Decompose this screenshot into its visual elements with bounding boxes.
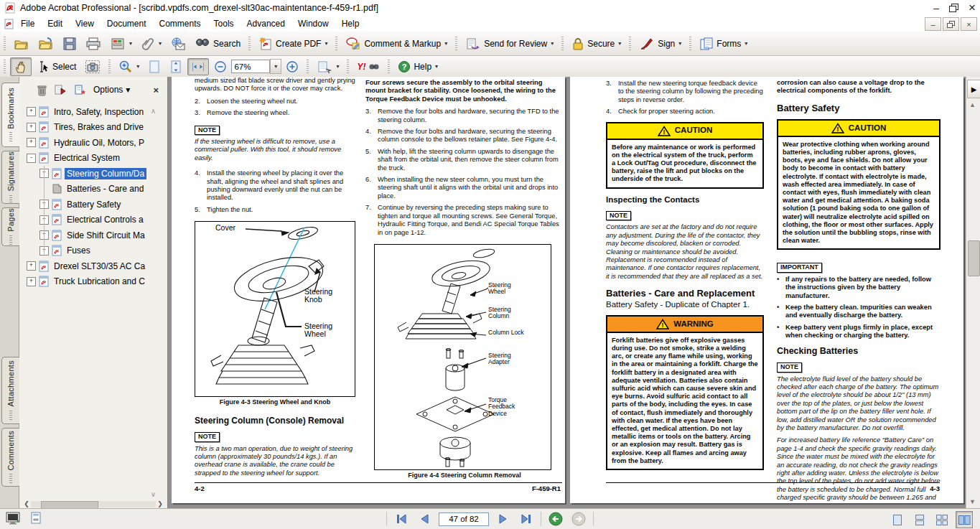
minimize-button[interactable]: – — [933, 0, 939, 16]
previous-page-button[interactable] — [416, 511, 433, 527]
attach-button[interactable]: ▾ — [137, 34, 165, 53]
menu-edit[interactable]: Edit — [41, 17, 69, 32]
next-page-button[interactable] — [495, 511, 512, 527]
scroll-down-icon[interactable]: ▼ — [969, 498, 976, 505]
zoom-level-input[interactable] — [231, 60, 270, 73]
forms-button[interactable]: Forms▾ — [696, 34, 751, 53]
fit-page-button[interactable] — [166, 57, 186, 76]
delete-bookmark-button[interactable] — [37, 84, 47, 96]
menu-view[interactable]: View — [69, 17, 101, 32]
tab-comments[interactable]: Comments — [1, 428, 19, 487]
bookmark-item[interactable]: + Tires, Brakes and Drive — [19, 120, 157, 136]
doc-restore-button[interactable] — [943, 17, 959, 31]
single-page-layout-button[interactable] — [889, 511, 906, 528]
open-organizer-button[interactable] — [34, 34, 57, 53]
toolbar-grip[interactable] — [4, 60, 6, 74]
tab-bookmarks[interactable]: Bookmarks — [1, 83, 19, 147]
secure-button[interactable]: Secure▾ — [568, 34, 625, 53]
tab-pages[interactable]: Pages — [1, 207, 19, 246]
toolbar-grip[interactable] — [455, 37, 457, 51]
print-button[interactable] — [82, 34, 105, 53]
continuous-facing-layout-button[interactable] — [933, 511, 951, 528]
tab-signatures[interactable]: Signatures — [1, 151, 19, 204]
bookmark-item[interactable]: + Intro, Safety, Inspection — [19, 104, 157, 120]
bookmark-item[interactable]: + Battery Safety — [19, 197, 157, 212]
document-area[interactable]: medium sized flat blade screw driver and… — [168, 77, 966, 508]
show-panel-arrow-button[interactable]: ▶ — [967, 80, 980, 98]
sign-button[interactable]: Sign▾ — [635, 34, 685, 53]
expand-current-bookmark-button[interactable] — [55, 84, 67, 95]
toolbar-grip[interactable] — [561, 37, 564, 51]
bookmark-item[interactable]: + Electrical Controls a — [19, 212, 157, 228]
menu-comments[interactable]: Comments — [153, 17, 207, 32]
next-view-button[interactable] — [570, 511, 587, 527]
menu-document[interactable]: Document — [101, 17, 153, 32]
previous-view-button[interactable] — [547, 511, 564, 527]
yahoo-search-button[interactable]: Y! — [353, 60, 383, 74]
select-tool-button[interactable]: Select — [33, 57, 80, 76]
menu-file[interactable]: File — [14, 17, 41, 32]
continuous-layout-button[interactable] — [911, 511, 928, 528]
close-button[interactable]: × — [969, 0, 976, 16]
send-for-review-button[interactable]: Send for Review▾ — [462, 34, 557, 53]
menu-tools[interactable]: Tools — [207, 17, 241, 32]
new-bookmark-button[interactable] — [74, 84, 86, 95]
bookmark-item[interactable]: Batteries - Care and — [19, 182, 157, 197]
zoom-in-tool-button[interactable]: ▾ — [115, 57, 143, 76]
bookmark-item[interactable]: + Drexel SLT30/35 AC Ca — [19, 258, 157, 274]
close-panel-button[interactable]: × — [153, 85, 159, 95]
email-button[interactable] — [167, 34, 190, 53]
create-pdf-button[interactable]: Create PDF▾ — [255, 34, 331, 53]
expander-icon[interactable]: + — [27, 261, 36, 271]
toolbar-grip[interactable] — [108, 60, 111, 74]
expander-icon[interactable]: + — [27, 123, 36, 132]
scroll-up-icon[interactable]: ▲ — [969, 101, 976, 108]
toolbar-grip[interactable] — [629, 37, 631, 51]
bookmarks-options-button[interactable]: Options▾ — [93, 85, 130, 95]
toolbar-grip[interactable] — [4, 37, 6, 51]
toolbar-grip[interactable] — [388, 60, 390, 74]
help-button[interactable]: ? Help▾ — [394, 58, 442, 75]
expander-icon[interactable]: - — [27, 154, 36, 163]
open-button[interactable] — [10, 34, 33, 53]
doc-close-button[interactable]: × — [961, 17, 977, 31]
bookmark-item[interactable]: + Side Shift Circuit Ma — [19, 228, 157, 243]
expander-icon[interactable]: + — [27, 138, 36, 147]
document-vertical-scrollbar[interactable]: ▶ ▲ ▼ — [966, 77, 980, 508]
hand-tool-button[interactable] — [10, 57, 32, 76]
search-button[interactable]: Search — [191, 34, 244, 53]
scroll-right-icon[interactable]: ❯ — [156, 500, 164, 507]
bookmark-item[interactable]: + Fuses — [19, 243, 157, 259]
expander-icon[interactable]: + — [27, 277, 36, 286]
toolbar-grip[interactable] — [335, 37, 337, 51]
doc-minimize-button[interactable]: – — [925, 17, 941, 31]
last-page-button[interactable] — [518, 511, 535, 527]
restore-button[interactable] — [949, 4, 958, 12]
first-page-button[interactable] — [393, 511, 410, 527]
bookmark-item[interactable]: + Hydraulic Oil, Motors, P — [19, 135, 157, 151]
fit-width-button[interactable] — [187, 58, 209, 75]
menu-advanced[interactable]: Advanced — [241, 17, 291, 32]
toolbar-grip[interactable] — [689, 37, 691, 51]
scroll-left-icon[interactable]: ❮ — [22, 500, 31, 507]
actual-size-button[interactable] — [144, 57, 164, 76]
organizer-button[interactable]: ▾ — [106, 34, 136, 53]
snapshot-tool-button[interactable] — [81, 57, 104, 76]
zoom-out-button[interactable] — [210, 58, 230, 75]
bookmark-item[interactable]: - Electrical System — [19, 151, 157, 167]
bookmark-item[interactable]: + Truck Lubrication and C — [19, 274, 157, 290]
scrollbar-thumb[interactable] — [968, 240, 980, 276]
toolbar-grip[interactable] — [347, 60, 349, 74]
bookmark-item-selected[interactable]: + Steering Column/Da — [19, 166, 157, 182]
comment-markup-button[interactable]: Comment & Markup▾ — [342, 34, 451, 53]
facing-layout-button[interactable] — [956, 511, 973, 528]
scrollbar-thumb[interactable] — [41, 501, 98, 509]
toolbar-grip[interactable] — [248, 37, 251, 51]
scroll-up-icon[interactable]: ∧ — [151, 107, 156, 115]
menu-window[interactable]: Window — [291, 17, 335, 32]
save-button[interactable] — [59, 34, 80, 53]
zoom-dropdown-button[interactable]: ▾ — [270, 59, 281, 74]
tab-attachments[interactable]: Attachments — [1, 357, 19, 424]
menu-help[interactable]: Help — [335, 17, 366, 32]
zoom-in-button[interactable] — [282, 58, 302, 75]
